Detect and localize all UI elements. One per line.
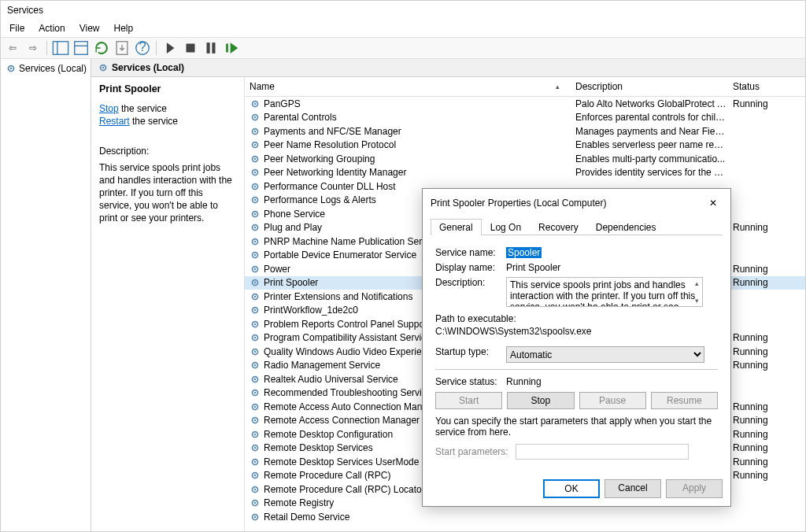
back-icon[interactable]: ⇦ [4, 39, 21, 57]
window-title: Services [1, 1, 805, 20]
tree-root[interactable]: Services (Local) [3, 61, 88, 76]
service-icon [250, 512, 261, 523]
service-name: Plug and Play [264, 222, 322, 233]
svg-point-64 [254, 419, 257, 422]
stop-link[interactable]: Stop [99, 103, 119, 114]
service-name-value[interactable]: Spooler [506, 247, 542, 258]
service-name: Payments and NFC/SE Manager [264, 126, 401, 137]
service-icon [250, 181, 261, 192]
help-icon[interactable]: ? [134, 39, 151, 57]
start-params-hint: You can specify the start parameters tha… [435, 416, 718, 438]
col-header-status[interactable]: Status [733, 81, 785, 92]
pause-button: Pause [579, 392, 646, 409]
display-name-value: Print Spooler [506, 262, 560, 273]
service-name: Remote Desktop Services UserMode Port [264, 456, 439, 467]
service-status: Running [733, 332, 785, 343]
pause-service-icon[interactable] [202, 39, 220, 57]
properties-dialog: Print Spooler Properties (Local Computer… [422, 188, 731, 507]
service-name: Portable Device Enumerator Service [264, 249, 416, 260]
svg-point-20 [254, 116, 257, 119]
services-icon [98, 62, 109, 73]
service-name: Print Spooler [264, 277, 318, 288]
service-icon [250, 277, 261, 288]
table-row[interactable]: Peer Name Resolution ProtocolEnables ser… [245, 139, 805, 153]
menu-help[interactable]: Help [109, 21, 139, 35]
service-icon [250, 374, 261, 385]
svg-point-52 [254, 337, 257, 339]
export-icon[interactable] [113, 39, 131, 57]
service-icon [250, 126, 261, 137]
col-header-name[interactable]: Name▴ [245, 81, 575, 92]
stop-service-icon[interactable] [182, 39, 199, 57]
svg-point-60 [254, 392, 257, 394]
svg-marker-7 [167, 42, 175, 54]
show-hide-tree-icon[interactable] [52, 39, 69, 57]
startup-type-select[interactable]: Automatic [506, 346, 704, 363]
table-row[interactable]: Peer Networking Identity ManagerProvides… [245, 166, 805, 180]
menu-file[interactable]: File [4, 21, 30, 35]
table-row[interactable]: Payments and NFC/SE ManagerManages payme… [245, 124, 805, 139]
service-icon [250, 442, 261, 453]
service-name: Performance Counter DLL Host [264, 181, 396, 192]
path-label: Path to executable: [435, 313, 718, 324]
service-icon [250, 387, 261, 398]
scroll-down-icon[interactable]: ▾ [695, 297, 699, 305]
service-name: PanGPS [264, 98, 301, 109]
service-status: Running [733, 277, 785, 288]
service-icon [250, 249, 261, 260]
service-icon [250, 139, 261, 150]
table-row[interactable]: Peer Networking GroupingEnables multi-pa… [245, 152, 805, 166]
stop-button[interactable]: Stop [507, 392, 574, 409]
service-status: Running [733, 470, 785, 481]
service-icon [250, 112, 261, 123]
tab-general[interactable]: General [431, 219, 482, 235]
menu-action[interactable]: Action [33, 21, 70, 35]
col-header-desc[interactable]: Description [575, 81, 733, 92]
tab-dependencies[interactable]: Dependencies [587, 219, 665, 235]
service-desc: Manages payments and Near Field ... [575, 126, 733, 137]
service-status: Running [733, 222, 785, 233]
dialog-tabs: General Log On Recovery Dependencies [431, 219, 723, 235]
start-service-icon[interactable] [161, 39, 179, 57]
restart-link[interactable]: Restart [99, 116, 130, 127]
tab-logon[interactable]: Log On [482, 219, 530, 235]
service-icon [250, 194, 261, 205]
service-icon [250, 401, 261, 412]
cancel-button[interactable]: Cancel [604, 479, 661, 498]
service-name: Power [264, 264, 290, 275]
services-icon [6, 63, 17, 74]
menu-view[interactable]: View [74, 21, 105, 35]
service-name: Remote Access Connection Manager [264, 415, 420, 426]
svg-point-30 [254, 185, 257, 187]
refresh-icon[interactable] [93, 39, 110, 57]
table-row[interactable]: Retail Demo Service [245, 510, 805, 524]
scroll-up-icon[interactable]: ▴ [695, 279, 699, 287]
svg-text:?: ? [139, 39, 146, 54]
description-label: Description: [435, 277, 506, 288]
services-window: Services File Action View Help ⇦ ⇨ ? Ser… [0, 0, 806, 532]
properties-icon[interactable] [72, 39, 90, 57]
svg-point-42 [254, 268, 257, 270]
description-box[interactable]: This service spools print jobs and handl… [506, 277, 703, 307]
service-name: Peer Name Resolution Protocol [264, 139, 396, 150]
service-desc: Palo Alto Networks GlobalProtect A... [575, 98, 733, 109]
svg-point-48 [254, 309, 257, 312]
ok-button[interactable]: OK [543, 479, 600, 498]
restart-service-icon[interactable] [223, 39, 240, 57]
table-row[interactable]: PanGPSPalo Alto Networks GlobalProtect A… [245, 97, 805, 111]
forward-icon[interactable]: ⇨ [24, 39, 42, 57]
service-status: Running [733, 429, 785, 440]
service-icon [250, 319, 261, 330]
service-name: Realtek Audio Universal Service [264, 374, 398, 385]
tree-root-label: Services (Local) [19, 63, 87, 74]
tab-recovery[interactable]: Recovery [530, 219, 587, 235]
svg-point-40 [254, 254, 257, 257]
service-icon [250, 305, 261, 316]
apply-button: Apply [666, 479, 723, 498]
start-params-label: Start parameters: [435, 446, 514, 457]
close-icon[interactable]: ✕ [704, 195, 723, 211]
service-name: Peer Networking Identity Manager [264, 167, 406, 178]
svg-point-16 [102, 67, 105, 69]
table-row[interactable]: Parental ControlsEnforces parental contr… [245, 111, 805, 125]
start-params-input [516, 444, 689, 460]
